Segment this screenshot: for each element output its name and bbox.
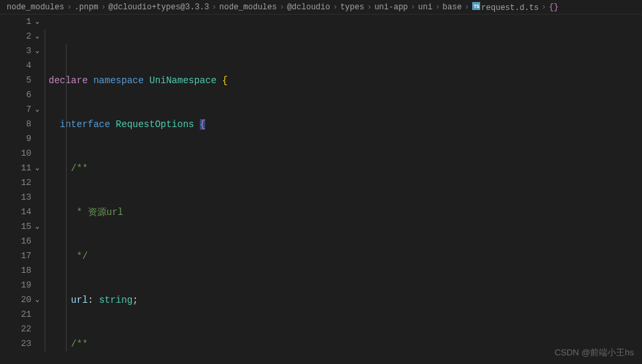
chevron-right-icon: ›: [541, 3, 546, 12]
breadcrumb-item[interactable]: .pnpm: [75, 3, 99, 12]
chevron-right-icon: ›: [67, 3, 71, 12]
breadcrumb-symbol[interactable]: {}: [549, 3, 559, 12]
chevron-right-icon: ›: [333, 3, 338, 12]
breadcrumb-item[interactable]: node_modules: [219, 3, 276, 12]
breadcrumb-item[interactable]: uni-app: [374, 3, 408, 12]
breadcrumb-file[interactable]: TSrequest.d.ts: [472, 2, 539, 13]
chevron-right-icon: ›: [435, 3, 440, 12]
breadcrumb-item[interactable]: uni: [418, 3, 433, 12]
breadcrumb: node_modules› .pnpm› @dcloudio+types@3.3…: [0, 0, 642, 15]
chevron-right-icon: ›: [367, 3, 372, 12]
chevron-right-icon: ›: [212, 3, 216, 12]
svg-text:TS: TS: [474, 4, 480, 9]
breadcrumb-item[interactable]: @dcloudio+types@3.3.3: [109, 3, 209, 12]
chevron-right-icon: ›: [464, 3, 469, 12]
code-editor[interactable]: 1⌄ 2⌄ 3⌄ 4 5 6 7⌄ 8 9 10 11⌄ 12 13 14 15…: [0, 15, 642, 364]
chevron-right-icon: ›: [280, 3, 284, 12]
line-number-gutter: 1⌄ 2⌄ 3⌄ 4 5 6 7⌄ 8 9 10 11⌄ 12 13 14 15…: [0, 15, 37, 364]
breadcrumb-item[interactable]: base: [443, 3, 462, 12]
chevron-right-icon: ›: [101, 3, 106, 12]
code-content[interactable]: declare namespace UniNamespace { interfa…: [37, 15, 642, 364]
chevron-right-icon: ›: [411, 3, 416, 12]
braces-icon: {}: [549, 3, 558, 12]
typescript-icon: TS: [472, 2, 480, 10]
breadcrumb-item[interactable]: types: [340, 3, 364, 12]
breadcrumb-item[interactable]: node_modules: [7, 3, 64, 12]
watermark: CSDN @前端小王hs: [555, 347, 634, 359]
breadcrumb-item[interactable]: @dcloudio: [287, 3, 330, 12]
